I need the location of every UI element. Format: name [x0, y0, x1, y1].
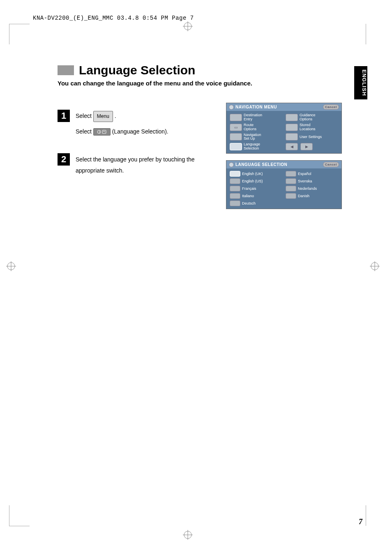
lang-svenska[interactable]: Svenska	[286, 178, 338, 184]
crop-mark	[366, 24, 366, 44]
crop-mark	[9, 505, 9, 526]
step-2-body: Select the language you prefer by touchi…	[76, 153, 219, 176]
nav-menu-title: NAVIGATION MENU	[235, 105, 277, 109]
page-title: Language Selection	[79, 63, 195, 77]
step-1-body: Select Menu . Select (Language Selection…	[76, 110, 168, 137]
cancel-button[interactable]: Cancel	[323, 162, 339, 167]
crop-mark	[9, 24, 30, 24]
navigation-menu-screenshot: NAVIGATION MENU Cancel DestinationEntry …	[226, 103, 342, 154]
lang-espanol[interactable]: Español	[286, 171, 338, 177]
left-arrow-icon[interactable]: ◀	[286, 143, 298, 150]
setup-icon	[230, 133, 242, 140]
crop-mark	[9, 526, 30, 526]
guidance-icon	[286, 114, 298, 121]
home-icon	[229, 105, 234, 110]
step-1-lang-sel-paren: (Language Selection).	[112, 128, 168, 135]
print-header: KNA-DV2200_(E)_ENG_MMC 03.4.8 0:54 PM Pa…	[33, 15, 194, 21]
user-settings-icon	[286, 133, 298, 140]
menu-button[interactable]: Menu	[93, 111, 113, 122]
nav-item-destination-entry[interactable]: DestinationEntry	[230, 113, 282, 122]
registration-mark-icon	[183, 530, 193, 541]
lang-deutsch[interactable]: Deutsch	[230, 200, 282, 206]
registration-mark-icon	[6, 261, 16, 273]
step-number-1: 1	[58, 110, 70, 122]
registration-mark-icon	[370, 261, 380, 273]
lang-danish[interactable]: Danish	[286, 193, 338, 199]
crop-mark	[9, 24, 9, 44]
page-subtitle: You can change the language of the menu …	[58, 80, 353, 87]
stored-icon	[286, 124, 298, 131]
route-icon: ▭	[230, 124, 242, 131]
step-1-period: .	[115, 113, 116, 119]
lang-english-uk[interactable]: English (UK)	[230, 171, 282, 177]
step-number-2: 2	[58, 153, 70, 166]
svg-rect-13	[102, 130, 106, 134]
lang-screen-title: LANGUAGE SELECTION	[235, 162, 287, 167]
right-arrow-icon[interactable]: ▶	[300, 143, 313, 150]
crop-mark	[366, 505, 366, 526]
language-selection-icon-button[interactable]	[93, 128, 111, 136]
page-number: 7	[359, 518, 362, 526]
nav-item-navigation-setup[interactable]: NavigationSet Up	[230, 133, 282, 141]
language-selection-screenshot: LANGUAGE SELECTION Cancel English (UK) E…	[226, 160, 342, 209]
nav-item-user-settings[interactable]: User Settings	[286, 133, 338, 141]
language-icon	[230, 143, 242, 150]
nav-item-route-options[interactable]: ▭ RouteOptions	[230, 123, 282, 131]
cancel-button[interactable]: Cancel	[323, 104, 339, 110]
nav-item-language-selection[interactable]: LanguageSelection	[230, 143, 282, 151]
lang-francais[interactable]: Français	[230, 186, 282, 191]
nav-item-guidance-options[interactable]: GuidanceOptions	[286, 113, 338, 122]
nav-item-arrows: ◀ ▶	[286, 143, 338, 151]
registration-mark-icon	[183, 21, 193, 33]
language-tab: ENGLISH	[354, 66, 367, 99]
home-icon	[229, 162, 234, 167]
destination-icon	[230, 114, 242, 121]
title-decoration	[58, 65, 74, 75]
lang-nederlands[interactable]: Nederlands	[286, 186, 338, 191]
step-1-select-label-2: Select	[76, 128, 92, 135]
lang-italiano[interactable]: Italiano	[230, 193, 282, 199]
step-1-select-label: Select	[76, 113, 92, 119]
lang-english-us[interactable]: English (US)	[230, 178, 282, 184]
nav-item-stored-locations[interactable]: StoredLocations	[286, 123, 338, 131]
